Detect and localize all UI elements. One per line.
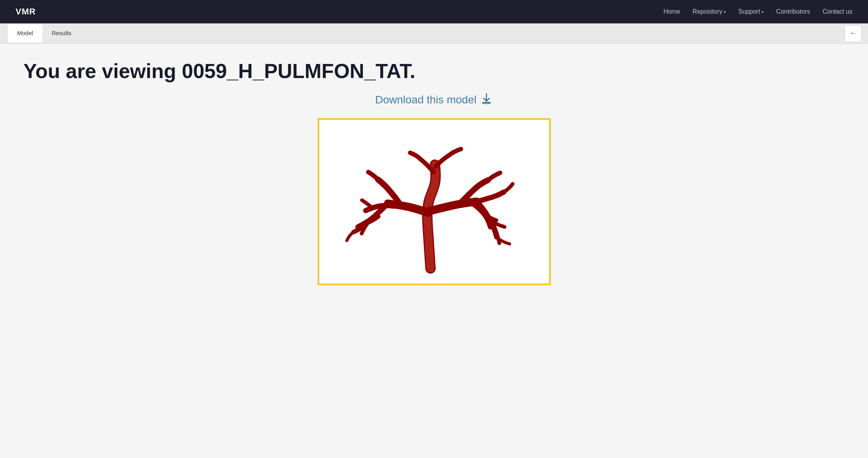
nav-link-contributors[interactable]: Contributors [776,8,810,15]
nav-item-support[interactable]: Support ▾ [738,8,764,15]
tabs-list: Model Results [8,24,81,43]
back-button[interactable]: ← [845,25,862,42]
nav-item-home[interactable]: Home [663,8,680,15]
nav-item-contributors[interactable]: Contributors [776,8,810,15]
tab-model[interactable]: Model [8,24,42,43]
support-dropdown-icon: ▾ [762,10,764,14]
nav-link-support[interactable]: Support [738,8,760,15]
model-image-wrapper [23,118,845,285]
nav-links: Home Repository ▾ Support ▾ Contributors… [663,8,852,15]
vascular-tree-svg [341,128,528,276]
repository-dropdown-icon: ▾ [724,10,726,14]
viewing-title: You are viewing 0059_H_PULMFON_TAT. [23,59,845,83]
navbar: VMR Home Repository ▾ Support ▾ Contribu… [0,0,868,23]
download-label: Download this model [375,94,477,106]
nav-item-repository[interactable]: Repository ▾ [693,8,726,15]
model-svg-container [319,120,549,284]
page-content: You are viewing 0059_H_PULMFON_TAT. Down… [0,44,868,301]
tabs-bar: Model Results ← [0,23,868,44]
model-id: 0059_H_PULMFON_TAT. [182,60,415,82]
model-image-frame [318,118,551,285]
tab-results[interactable]: Results [42,24,81,43]
brand-logo[interactable]: VMR [16,7,36,17]
nav-link-repository[interactable]: Repository [693,8,722,15]
download-icon [480,92,493,107]
viewing-prefix: You are viewing [23,60,182,82]
nav-item-contact[interactable]: Contact us [823,8,852,15]
download-link[interactable]: Download this model [23,92,845,107]
back-arrow-icon: ← [850,29,857,37]
nav-link-contact[interactable]: Contact us [823,8,852,15]
main-container: Model Results ← You are viewing 0059_H_P… [0,23,868,458]
nav-link-home[interactable]: Home [663,8,680,15]
